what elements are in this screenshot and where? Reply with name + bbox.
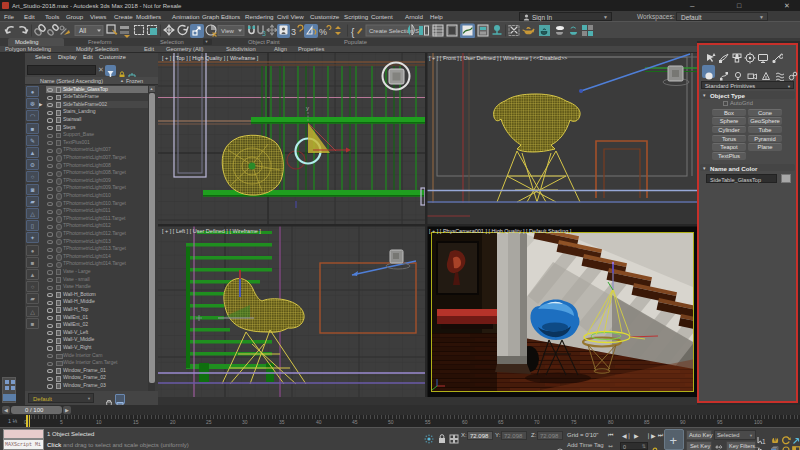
svg-text:{: { [351, 27, 355, 38]
svg-text:3: 3 [262, 30, 266, 37]
svg-text:Create Selection Se: Create Selection Se [369, 28, 423, 34]
svg-text:3: 3 [291, 27, 296, 37]
svg-text:y: y [306, 105, 309, 111]
svg-text:View: View [221, 28, 235, 34]
svg-text:All: All [79, 27, 87, 34]
svg-text:%: % [319, 27, 327, 37]
